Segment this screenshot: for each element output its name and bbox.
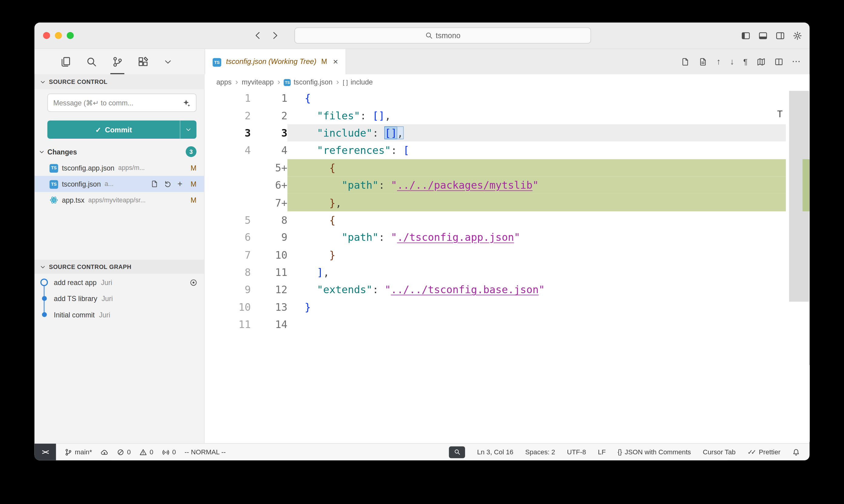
ports-indicator[interactable]: 0 (162, 448, 176, 456)
tab-close-icon[interactable]: × (333, 57, 338, 66)
file-name: app.tsx (62, 196, 84, 204)
code-line-content[interactable] (288, 316, 786, 333)
problems-errors[interactable]: 0 (117, 448, 131, 456)
code-line-content[interactable]: }, (288, 194, 786, 211)
code-line-9: 69 "path": "./tsconfig.app.json" (205, 229, 810, 246)
code-line-content[interactable]: "path": "./tsconfig.app.json" (288, 229, 786, 246)
changes-section-header[interactable]: Changes 3 (35, 144, 204, 159)
eol-sequence[interactable]: LF (598, 448, 606, 456)
split-editor-icon[interactable] (775, 57, 783, 66)
commit-message: add TS library (54, 294, 97, 303)
code-line-5: 5+ { (205, 159, 810, 177)
extensions-icon[interactable] (138, 49, 149, 74)
formatter-prettier[interactable]: ✓✓Prettier (747, 448, 780, 456)
target-icon[interactable] (189, 278, 198, 287)
commit-dropdown-button[interactable] (180, 121, 196, 139)
file-path: apps/m... (118, 164, 145, 172)
code-line-content[interactable]: ], (288, 264, 786, 281)
file-row-tsconfig.app.json[interactable]: TStsconfig.app.jsonapps/m...M (35, 160, 204, 176)
branch-indicator[interactable]: main* (65, 448, 92, 456)
code-line-content[interactable]: { (288, 89, 786, 107)
titlebar-search[interactable]: tsmono (294, 28, 591, 43)
commit-button[interactable]: ✓ Commit (47, 121, 196, 139)
gutter-old-line-number (205, 194, 251, 211)
gutter-old-line-number: 6 (205, 229, 251, 246)
close-button[interactable] (43, 32, 50, 39)
code-line-content[interactable]: { (288, 211, 786, 229)
code-line-content[interactable]: "files": [], (288, 107, 786, 124)
compare-changes-icon[interactable] (699, 57, 707, 66)
pilcrow-icon[interactable]: ¶ (743, 57, 747, 66)
zoom-button[interactable] (67, 32, 74, 39)
stage-icon[interactable]: + (177, 180, 183, 188)
cloud-upload-icon (101, 448, 108, 456)
minimize-button[interactable] (55, 32, 62, 39)
commit-button-label: Commit (105, 126, 132, 134)
discard-icon[interactable] (164, 180, 172, 188)
problems-warnings[interactable]: 0 (139, 448, 153, 456)
search-icon[interactable] (86, 49, 97, 74)
source-control-graph-title: SOURCE CONTROL GRAPH (49, 264, 132, 270)
commit-row-1[interactable]: add react appJuri (35, 274, 204, 290)
notifications-bell[interactable] (792, 448, 800, 456)
code-line-content[interactable]: "extends": "../../tsconfig.base.json" (288, 281, 786, 298)
breadcrumb-item-tsconfig.json[interactable]: TStsconfig.json (284, 77, 332, 86)
file-row-tsconfig.json[interactable]: TStsconfig.jsona...+M (35, 176, 204, 192)
head-commit-dot (40, 278, 48, 286)
open-changes-icon[interactable] (681, 57, 689, 66)
map-icon[interactable] (757, 57, 765, 66)
sparkle-icon[interactable] (183, 99, 191, 107)
commit-message-input[interactable]: Message (⌘↵ to comm... (47, 94, 196, 112)
code-line-content[interactable]: } (288, 246, 786, 264)
commit-row-3[interactable]: Initial commitJuri (35, 307, 204, 323)
indentation[interactable]: Spaces: 2 (525, 448, 555, 456)
code-line-content[interactable]: } (288, 298, 786, 316)
code-area[interactable]: 11{22 "files": [],33 "include": [],44 "r… (205, 89, 810, 443)
code-line-content[interactable]: "references": [ (288, 141, 786, 159)
gutter-new-line-number: 9 (251, 229, 288, 246)
vim-mode[interactable]: -- NORMAL -- (185, 448, 226, 456)
source-control-icon[interactable] (112, 49, 123, 74)
code-line-7: 7+ }, (205, 194, 810, 211)
back-icon[interactable] (253, 31, 262, 40)
commit-graph-rail (35, 274, 54, 290)
commit-graph-list: add react appJuriadd TS libraryJuriIniti… (35, 274, 204, 323)
next-change-icon[interactable]: ↓ (730, 57, 734, 66)
code-line-content[interactable]: { (288, 159, 786, 177)
cursor-tab[interactable]: Cursor Tab (703, 448, 736, 456)
gutter-new-line-number: 6+ (251, 176, 288, 194)
chevron-down-icon[interactable] (164, 49, 172, 74)
breadcrumb-item-include[interactable]: [ ]include (343, 78, 373, 86)
toggle-panel-icon[interactable] (758, 31, 768, 40)
code-line-content[interactable]: "path": "../../packages/mytslib" (288, 176, 786, 194)
tab-tsconfig-working-tree[interactable]: TS tsconfig.json (Working Tree) M × (205, 49, 346, 74)
gutter-new-line-number: 2 (251, 107, 288, 124)
gutter-old-line-number: 7 (205, 246, 251, 264)
sync-status[interactable] (101, 448, 108, 456)
more-actions-icon[interactable]: ··· (792, 58, 801, 65)
previous-change-icon[interactable]: ↑ (717, 57, 721, 66)
source-control-graph-header[interactable]: SOURCE CONTROL GRAPH (35, 260, 204, 274)
encoding[interactable]: UTF-8 (567, 448, 586, 456)
ts-file-icon: TS (212, 56, 221, 67)
forward-icon[interactable] (270, 31, 280, 40)
language-mode[interactable]: {}JSON with Comments (618, 448, 691, 456)
zoom-indicator[interactable] (449, 446, 465, 458)
open-file-icon[interactable] (151, 180, 158, 188)
braces-icon: {} (618, 449, 622, 455)
gutter-new-line-number: 8 (251, 211, 288, 229)
breadcrumb-item-apps[interactable]: apps (217, 78, 231, 86)
breadcrumb-separator: › (235, 77, 238, 86)
file-row-app.tsx[interactable]: app.tsxapps/myviteapp/sr...M (35, 192, 204, 208)
cursor-position[interactable]: Ln 3, Col 16 (477, 448, 514, 456)
code-line-content[interactable]: "include": [], (288, 124, 786, 142)
source-control-header[interactable]: SOURCE CONTROL (35, 74, 204, 89)
toggle-secondary-sidebar-icon[interactable] (776, 31, 785, 40)
toggle-primary-sidebar-icon[interactable] (741, 31, 750, 40)
commit-row-2[interactable]: add TS libraryJuri (35, 290, 204, 307)
breadcrumb-item-myviteapp[interactable]: myviteapp (242, 78, 274, 86)
explorer-icon[interactable] (60, 49, 71, 74)
remote-indicator[interactable]: >< (35, 444, 56, 461)
settings-gear-icon[interactable] (793, 31, 802, 40)
commit-graph-rail (35, 290, 54, 307)
